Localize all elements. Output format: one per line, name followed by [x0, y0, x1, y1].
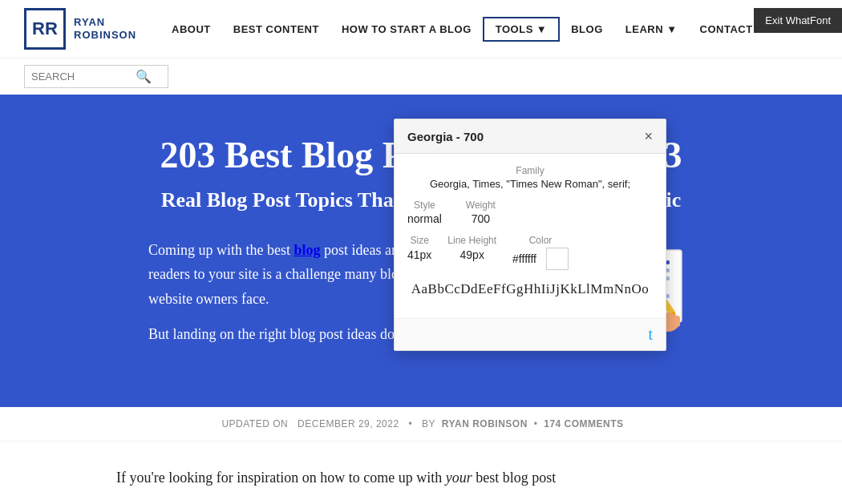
nav-about[interactable]: ABOUT: [160, 18, 222, 40]
meta-separator-2: •: [534, 418, 538, 429]
popup-size-label: Size: [407, 235, 431, 246]
hero-section: 203 Best Blog Post Ideas for 2023 Real B…: [0, 95, 842, 407]
popup-weight-label: Weight: [466, 200, 496, 211]
popup-weight-value: 700: [466, 212, 496, 225]
popup-footer: t: [395, 318, 666, 350]
popup-weight-field: Weight 700: [466, 200, 496, 225]
logo[interactable]: RR RYAN ROBINSON: [24, 8, 136, 50]
updated-label: UPDATED ON: [221, 418, 288, 429]
by-label: BY: [422, 418, 435, 429]
search-input[interactable]: [31, 71, 136, 83]
chevron-down-icon: ▼: [536, 23, 547, 35]
logo-initials: RR: [32, 18, 58, 39]
search-button[interactable]: 🔍: [136, 69, 152, 84]
main-nav: ABOUT BEST CONTENT HOW TO START A BLOG T…: [160, 17, 818, 42]
comments-link[interactable]: 174 COMMENTS: [544, 418, 623, 429]
search-icon: 🔍: [136, 70, 152, 83]
logo-name: RYAN ROBINSON: [74, 16, 136, 41]
updated-date: DECEMBER 29, 2022: [298, 418, 399, 429]
nav-how-to-start[interactable]: HOW TO START A BLOG: [330, 18, 483, 40]
author-link[interactable]: RYAN ROBINSON: [442, 418, 528, 429]
svg-rect-18: [675, 316, 680, 327]
popup-color-field: Color #ffffff: [512, 235, 569, 270]
popup-family-value: Georgia, Times, "Times New Roman", serif…: [430, 178, 630, 190]
popup-style-field: Style normal: [407, 200, 442, 225]
svg-rect-17: [670, 314, 674, 327]
popup-title: Georgia - 700: [407, 130, 484, 143]
popup-lineheight-field: Line Height 49px: [447, 235, 496, 262]
popup-style-weight-row: Style normal Weight 700: [407, 200, 653, 225]
nav-best-content[interactable]: BEST CONTENT: [222, 18, 330, 40]
twitter-icon[interactable]: t: [648, 325, 653, 344]
blog-link[interactable]: blog: [294, 242, 321, 258]
exit-whatfont-button[interactable]: Exit WhatFont: [754, 8, 842, 33]
search-wrapper: 🔍: [24, 65, 168, 88]
meta-line: UPDATED ON DECEMBER 29, 2022 • BY RYAN R…: [0, 407, 842, 442]
content-section: If you're looking for inspiration on how…: [100, 466, 742, 490]
popup-size-field: Size 41px: [407, 235, 431, 262]
logo-box: RR: [24, 8, 66, 50]
popup-lineheight-label: Line Height: [447, 235, 496, 246]
chevron-down-icon-learn: ▼: [666, 23, 677, 35]
popup-family-label: Family: [407, 165, 653, 176]
popup-color-label: Color: [512, 235, 569, 246]
popup-color-value: #ffffff: [512, 252, 536, 265]
popup-color-swatch: [546, 248, 569, 270]
whatfont-popup: Georgia - 700 × Family Georgia, Times, "…: [394, 119, 666, 351]
nav-tools[interactable]: TOOLS ▼: [483, 17, 560, 42]
popup-container: Georgia - 700 × Family Georgia, Times, "…: [394, 119, 666, 351]
popup-size-value: 41px: [407, 248, 431, 261]
nav-learn[interactable]: LEARN ▼: [614, 18, 689, 40]
site-header: RR RYAN ROBINSON ABOUT BEST CONTENT HOW …: [0, 0, 842, 58]
popup-preview-text: AaBbCcDdEeFfGgHhIiJjKkLlMmNnOo: [407, 281, 653, 297]
popup-close-button[interactable]: ×: [644, 129, 653, 143]
search-bar: 🔍: [0, 58, 842, 95]
popup-metrics-row: Size 41px Line Height 49px Color #ffffff: [407, 235, 653, 270]
popup-style-value: normal: [407, 212, 442, 225]
popup-body: Family Georgia, Times, "Times New Roman"…: [395, 154, 666, 318]
nav-contact[interactable]: CONTACT: [689, 18, 764, 40]
popup-lineheight-value: 49px: [460, 248, 484, 261]
nav-blog[interactable]: BLOG: [560, 18, 614, 40]
intro-paragraph: If you're looking for inspiration on how…: [116, 466, 726, 490]
popup-family: Family Georgia, Times, "Times New Roman"…: [407, 165, 653, 190]
meta-separator-1: •: [408, 418, 412, 429]
popup-header: Georgia - 700 ×: [395, 119, 666, 154]
popup-style-label: Style: [407, 200, 442, 211]
